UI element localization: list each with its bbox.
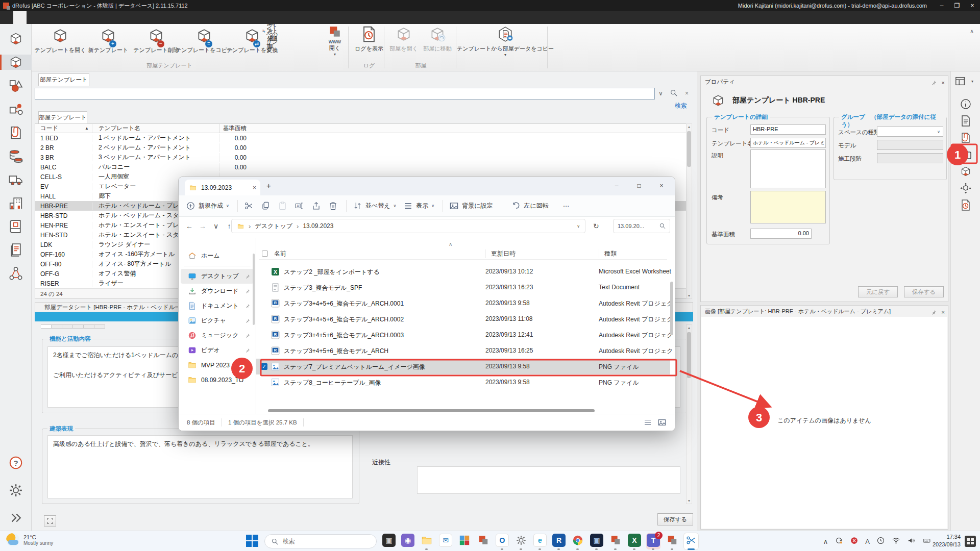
column-area[interactable]: 基準面積 bbox=[220, 124, 251, 133]
datasheet-tab[interactable] bbox=[73, 324, 84, 329]
ribbon-template-button[interactable]: = テンプレートをコピー bbox=[182, 27, 227, 64]
3 ベッドルーム・アパートメント[interactable]: 3 BR 3 ベッドルーム・アパートメント 0.00 bbox=[35, 153, 692, 162]
column-type[interactable]: 種類 bbox=[599, 249, 617, 258]
layout-icon[interactable] bbox=[954, 76, 966, 87]
refresh-icon[interactable]: ↻ bbox=[593, 222, 599, 230]
finance[interactable] bbox=[0, 148, 32, 164]
log-icon[interactable] bbox=[960, 199, 972, 211]
new-button[interactable]: 新規作成∨ bbox=[186, 201, 229, 211]
ステップ3+4+5+6_複合モデル_ARCH.0002[interactable]: R ステップ3+4+5+6_複合モデル_ARCH.0002 2023/09/13… bbox=[256, 311, 670, 327]
clock[interactable]: 17:34 2023/09/13 bbox=[933, 533, 961, 548]
ステップ7_プレミアムベットルーム_イメージ画像[interactable]: ✓ ステップ7_プレミアムベットルーム_イメージ画像 2023/09/13 9:… bbox=[256, 359, 670, 374]
menu-tab[interactable] bbox=[66, 11, 80, 24]
datasheet-save-button[interactable]: 保存する bbox=[657, 513, 693, 525]
search-dropdown-icon[interactable]: ∨ bbox=[658, 90, 663, 97]
ステップ3+4+5+6_複合モデル_ARCH[interactable]: R ステップ3+4+5+6_複合モデル_ARCH 2023/09/13 16:2… bbox=[256, 343, 670, 359]
view-button[interactable]: 表示∨ bbox=[403, 201, 434, 211]
ステップ3+4+5+6_複合モデル_ARCH.0001[interactable]: R ステップ3+4+5+6_複合モデル_ARCH.0001 2023/09/13… bbox=[256, 295, 670, 311]
touch-keyboard-icon[interactable] bbox=[965, 536, 976, 547]
clear-search-icon[interactable]: × bbox=[685, 90, 689, 97]
sidebar-item[interactable]: デスクトップ bbox=[181, 269, 254, 284]
properties-save-button[interactable]: 保存する bbox=[904, 286, 944, 297]
drofus-3[interactable] bbox=[665, 533, 679, 549]
expand[interactable] bbox=[0, 510, 32, 525]
item-relations[interactable] bbox=[0, 102, 32, 117]
volume[interactable] bbox=[907, 536, 916, 546]
search-icon[interactable] bbox=[659, 222, 666, 230]
sidebar-scrollbar[interactable] bbox=[253, 254, 255, 325]
ribbon-small-button[interactable]: ドキュメントへのリンク bbox=[262, 26, 279, 36]
sidebar-item[interactable]: ホーム bbox=[181, 248, 254, 263]
template-name-field[interactable]: ホテル・ベッドルーム - プレミアム bbox=[750, 138, 826, 148]
datasheet-tab[interactable] bbox=[41, 324, 52, 329]
2 ベッドルーム・アパートメント[interactable]: 2 BR 2 ベッドルーム・アパートメント 0.00 bbox=[35, 143, 692, 153]
proximity-field[interactable] bbox=[417, 466, 680, 494]
search-link[interactable]: 検索 bbox=[675, 102, 687, 110]
project[interactable] bbox=[0, 195, 32, 211]
images-icon[interactable] bbox=[960, 148, 972, 161]
paste-icon[interactable] bbox=[278, 201, 287, 211]
copy-icon[interactable] bbox=[261, 201, 271, 211]
sidebar-item[interactable]: ドキュメント bbox=[181, 298, 254, 313]
ribbon-room-button[interactable]: 部屋を開く bbox=[387, 26, 421, 62]
room-templates[interactable] bbox=[0, 55, 32, 70]
outlook[interactable]: O bbox=[495, 533, 509, 549]
systems[interactable] bbox=[0, 266, 32, 281]
items[interactable] bbox=[0, 78, 32, 93]
close-icon[interactable]: × bbox=[965, 2, 980, 9]
architecture-expression-textarea[interactable]: 高級感のある仕上げと設備で、贅沢で、落ち着きのある、リラックスできる部屋であるこ… bbox=[47, 435, 353, 498]
close-panel-icon[interactable]: × bbox=[941, 309, 945, 315]
datasheet-tab[interactable] bbox=[84, 324, 94, 329]
select-all-checkbox[interactable] bbox=[262, 251, 268, 257]
ime-mode[interactable]: A bbox=[865, 538, 870, 545]
app-dark-2[interactable]: ▣ bbox=[590, 533, 604, 549]
pin-icon[interactable] bbox=[930, 309, 937, 316]
sidebar-item[interactable]: 08.09.2023_TO bbox=[181, 372, 254, 387]
ステップ2 _部屋をインポートする[interactable]: X ステップ2 _部屋をインポートする 2023/09/13 10:12 Mic… bbox=[256, 264, 670, 280]
cut-icon[interactable] bbox=[244, 201, 254, 211]
edge[interactable]: e bbox=[533, 533, 547, 549]
base-area-field[interactable]: 0.00 bbox=[750, 229, 812, 239]
minimize-icon[interactable]: – bbox=[605, 177, 628, 194]
attachments[interactable] bbox=[0, 125, 32, 140]
menu-tab[interactable] bbox=[53, 11, 66, 24]
mail-app[interactable]: ✉ bbox=[438, 533, 453, 549]
history-chevron-icon[interactable]: ∨ bbox=[209, 222, 223, 230]
breadcrumb[interactable]: › デスクトップ › 13.09.2023 ∨ bbox=[231, 219, 585, 233]
ステップ3+4+5+6_複合モデル_ARCH.0003[interactable]: R ステップ3+4+5+6_複合モデル_ARCH.0003 2023/09/13… bbox=[256, 327, 670, 343]
details-view-icon[interactable] bbox=[643, 418, 652, 427]
excel[interactable]: X bbox=[627, 533, 642, 549]
photos-app[interactable] bbox=[457, 533, 472, 549]
expand-button[interactable] bbox=[44, 515, 56, 527]
rooms-icon[interactable] bbox=[960, 165, 972, 178]
description-field[interactable] bbox=[750, 149, 826, 188]
copy-room-data-button[interactable]: テンプレートから部屋データをコピー ▾ bbox=[459, 26, 551, 62]
tab-room-template-list[interactable]: 部屋テンプレート bbox=[38, 111, 87, 123]
show-log-button[interactable]: ログを表示 bbox=[352, 26, 386, 62]
attachments-icon[interactable] bbox=[960, 132, 972, 144]
chat-app[interactable]: ◉ bbox=[401, 533, 415, 549]
settings[interactable] bbox=[0, 483, 32, 498]
column-name[interactable]: テンプレート名 bbox=[92, 124, 220, 133]
back-icon[interactable]: ← bbox=[183, 222, 196, 230]
code-field[interactable]: HBR-PRE bbox=[750, 124, 826, 135]
new-tab-icon[interactable]: + bbox=[266, 181, 271, 190]
ribbon-template-button[interactable]: − テンプレート削除 bbox=[134, 27, 179, 64]
onedrive-sync[interactable] bbox=[835, 536, 843, 546]
rooms[interactable] bbox=[0, 31, 32, 46]
settings-app[interactable] bbox=[514, 533, 528, 549]
share-icon[interactable] bbox=[311, 201, 321, 211]
template-search-input[interactable] bbox=[35, 88, 655, 99]
taskbar-search-input[interactable] bbox=[283, 538, 359, 545]
touch-keyboard[interactable] bbox=[922, 536, 931, 546]
datasheet-icon[interactable] bbox=[960, 115, 972, 127]
close-panel-icon[interactable]: × bbox=[941, 80, 945, 86]
ribbon-template-button[interactable]: + 新テンプレート bbox=[86, 27, 131, 64]
sidebar-item[interactable]: ミュージック bbox=[181, 328, 254, 343]
datasheet-scrollbar[interactable]: ▲ ▼ bbox=[686, 324, 692, 504]
ステップ8_コーヒーテーブル_画像[interactable]: ステップ8_コーヒーテーブル_画像 2023/09/13 9:58 PNG ファ… bbox=[256, 374, 670, 390]
model-icon[interactable] bbox=[960, 182, 972, 194]
explorer-tab[interactable]: 13.09.2023 × bbox=[185, 180, 260, 195]
notes-field[interactable] bbox=[750, 191, 826, 223]
バルコニー[interactable]: BALC バルコニー 0.00 bbox=[35, 162, 692, 172]
